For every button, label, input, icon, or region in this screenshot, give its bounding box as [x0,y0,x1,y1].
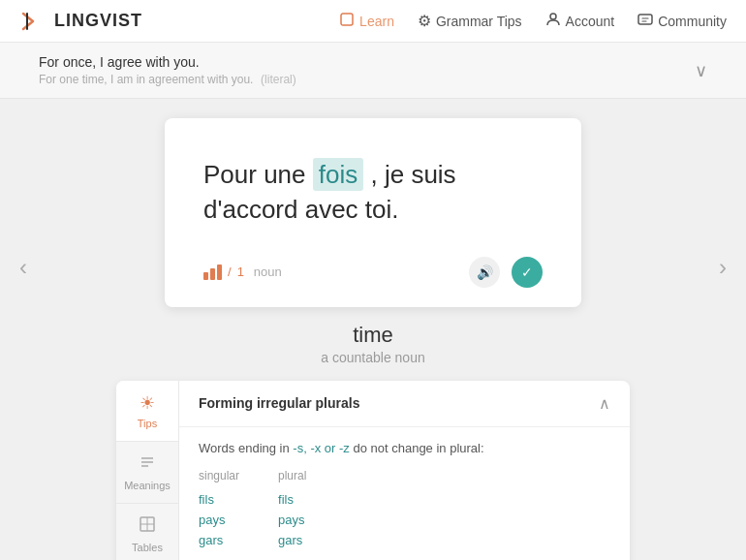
nav-community[interactable]: Community [637,12,727,31]
card-footer: / 1 noun 🔊 ✓ [203,257,543,288]
account-icon [545,12,561,31]
flash-card: Pour une fois , je suis d'accord avec to… [165,118,581,307]
nav-grammar-tips[interactable]: ⚙ Grammar Tips [418,12,522,30]
app-header: LINGVIST Learn ⚙ Grammar Tips Account Co… [0,0,746,43]
panel-content: Forming irregular plurals ∧ Words ending… [179,381,630,560]
community-icon [637,12,653,31]
sentence-banner: For once, I agree with you. For one time… [0,43,746,99]
tips-label: Tips [138,418,157,429]
plural-row-2: pays [278,513,306,527]
plural-row-3: gars [278,533,306,547]
sentence-text: For once, I agree with you. For one time… [39,54,296,86]
panel-title: Forming irregular plurals [199,395,359,411]
sound-icon: 🔊 [477,264,493,280]
svg-rect-3 [638,15,652,24]
meanings-icon [139,453,156,476]
word-info: time a countable noun [321,323,424,365]
panel-description: Words ending in -s, -x or -z do not chan… [199,441,610,455]
sentence-literal: For one time, I am in agreement with you… [39,72,296,86]
learn-icon [339,12,355,31]
rank-bar-1 [203,272,208,280]
word-subtitle: a countable noun [321,350,424,365]
tab-tables[interactable]: Tables [116,504,178,560]
sentence-english: For once, I agree with you. [39,54,296,70]
svg-rect-1 [341,14,353,25]
next-card-button[interactable]: › [709,244,736,291]
plural-column: plural fils pays gars [278,469,306,547]
check-button[interactable]: ✓ [512,257,543,288]
card-sentence: Pour une fois , je suis d'accord avec to… [203,157,543,228]
singular-row-3: gars [199,533,239,547]
logo-text: LINGVIST [54,11,142,31]
rank-bar-2 [210,268,215,280]
word-title: time [321,323,424,348]
plural-table: singular fils pays gars plural fils pays… [199,469,610,547]
meanings-label: Meanings [124,480,171,491]
nav-account[interactable]: Account [545,12,615,31]
highlighted-word: fois [313,158,363,191]
tables-icon [139,515,156,538]
logo-icon [19,8,47,35]
rank-number: / [228,264,232,279]
singular-row-1: fils [199,492,239,507]
panel-body: Words ending in -s, -x or -z do not chan… [179,427,630,560]
tab-meanings[interactable]: Meanings [116,442,178,504]
card-actions: 🔊 ✓ [469,257,543,288]
tips-icon: ☀ [140,392,155,414]
prev-card-button[interactable]: ‹ [10,244,37,291]
main-nav: Learn ⚙ Grammar Tips Account Community [339,12,727,31]
singular-header: singular [199,469,239,482]
sound-button[interactable]: 🔊 [469,257,500,288]
tables-label: Tables [132,542,163,553]
bottom-panel: ☀ Tips Meanings Tables Forming irregular… [116,381,630,560]
sentence-before: Pour une [203,160,306,189]
rank-bars [203,264,222,280]
main-content: ‹ › Pour une fois , je suis d'accord ave… [0,99,746,560]
rank-bar-3 [217,264,222,280]
word-pos: noun [254,264,282,279]
singular-row-2: pays [199,513,239,527]
svg-point-2 [550,14,556,19]
panel-header: Forming irregular plurals ∧ [179,381,630,427]
singular-column: singular fils pays gars [199,469,239,547]
side-tabs: ☀ Tips Meanings Tables [116,381,179,560]
logo: LINGVIST [19,8,142,35]
plural-row-1: fils [278,492,306,507]
check-icon: ✓ [521,264,533,280]
sentence-expand-chevron[interactable]: ∨ [695,60,707,81]
grammar-tips-icon: ⚙ [418,12,431,30]
nav-learn[interactable]: Learn [339,12,394,31]
panel-collapse-button[interactable]: ∧ [599,394,610,413]
plural-header: plural [278,469,306,482]
tab-tips[interactable]: ☀ Tips [116,381,178,442]
word-rank: / 1 noun [203,264,282,280]
